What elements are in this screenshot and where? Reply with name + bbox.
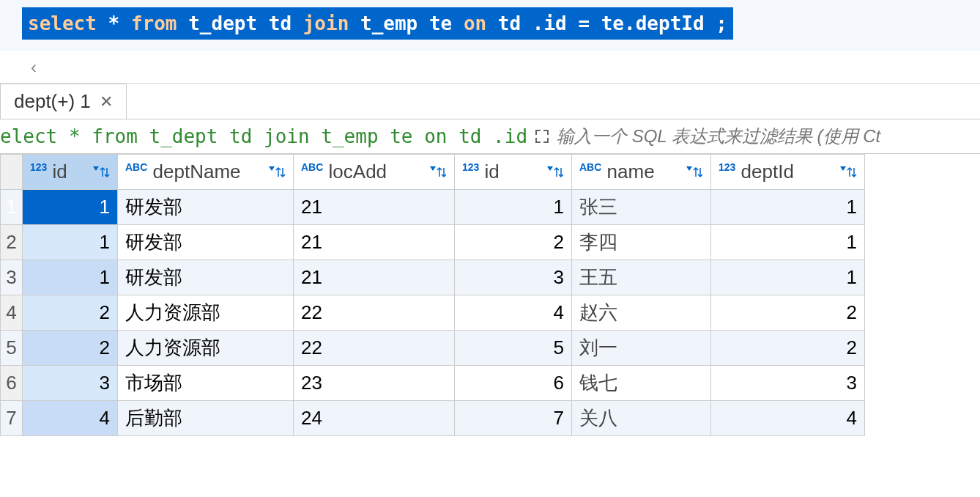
row-number[interactable]: 5 <box>1 331 23 366</box>
cell[interactable]: 3 <box>23 366 118 401</box>
sort-filter-icon[interactable] <box>839 165 857 180</box>
cell[interactable]: 2 <box>711 331 865 366</box>
sort-filter-icon[interactable] <box>686 165 703 180</box>
column-header-locadd[interactable]: ABC locAdd <box>294 155 455 190</box>
cell[interactable]: 4 <box>455 295 572 331</box>
sort-filter-icon[interactable] <box>429 165 447 180</box>
cell[interactable]: 张三 <box>572 190 711 225</box>
tab-label: dept(+) 1 <box>14 90 91 113</box>
cell[interactable]: 21 <box>294 190 455 225</box>
cell[interactable]: 市场部 <box>118 366 294 401</box>
number-type-icon: 123 <box>30 161 47 173</box>
corner-cell <box>1 155 23 190</box>
cell[interactable]: 人力资源部 <box>118 331 294 366</box>
cell[interactable]: 关八 <box>572 401 711 436</box>
cell[interactable]: 2 <box>711 295 865 331</box>
column-name: locAdd <box>323 161 387 183</box>
query-display: elect * from t_dept td join t_emp te on … <box>0 125 527 147</box>
cell[interactable]: 研发部 <box>118 225 294 260</box>
cell[interactable]: 1 <box>711 190 865 225</box>
column-header-name[interactable]: ABC name <box>572 155 711 190</box>
column-header-deptname[interactable]: ABC deptName <box>118 155 294 190</box>
cell[interactable]: 7 <box>455 401 572 436</box>
sort-filter-icon[interactable] <box>92 165 110 180</box>
text-type-icon: ABC <box>125 161 147 173</box>
query-bar: elect * from t_dept td join t_emp te on … <box>0 119 980 154</box>
cell[interactable]: 1 <box>711 260 865 295</box>
table-row[interactable]: 11研发部211张三1 <box>1 190 865 225</box>
cell[interactable]: 21 <box>294 225 455 260</box>
row-number[interactable]: 7 <box>1 401 23 436</box>
cell[interactable]: 后勤部 <box>118 401 294 436</box>
table-row[interactable]: 42人力资源部224赵六2 <box>1 295 865 331</box>
close-icon[interactable]: ✕ <box>100 92 113 111</box>
cell[interactable]: 23 <box>294 366 455 401</box>
table-row[interactable]: 31研发部213王五1 <box>1 260 865 295</box>
cell[interactable]: 2 <box>23 295 118 331</box>
cell[interactable]: 刘一 <box>572 331 711 366</box>
row-number[interactable]: 1 <box>1 190 23 225</box>
cell[interactable]: 王五 <box>572 260 711 295</box>
column-header-id[interactable]: 123 id <box>23 155 118 190</box>
cell[interactable]: 6 <box>455 366 572 401</box>
sort-filter-icon[interactable] <box>268 165 286 180</box>
text-type-icon: ABC <box>579 161 601 173</box>
cell[interactable]: 1 <box>711 225 865 260</box>
cell[interactable]: 3 <box>455 260 572 295</box>
filter-input[interactable] <box>557 126 980 147</box>
cell[interactable]: 2 <box>455 225 572 260</box>
expand-icon[interactable] <box>533 128 551 145</box>
sort-filter-icon[interactable] <box>546 165 564 180</box>
results-grid: 123 idABC deptNameABC locAdd123 idABC na… <box>0 154 980 436</box>
row-number[interactable]: 2 <box>1 225 23 260</box>
column-name: id <box>47 161 67 183</box>
sql-selected-text[interactable]: select * from t_dept td join t_emp te on… <box>22 7 733 40</box>
table-row[interactable]: 63市场部236钱七3 <box>1 366 865 401</box>
column-header-id[interactable]: 123 id <box>455 155 572 190</box>
cell[interactable]: 1 <box>455 190 572 225</box>
result-tabs: dept(+) 1 ✕ <box>0 84 980 119</box>
cell[interactable]: 22 <box>294 295 455 331</box>
cell[interactable]: 21 <box>294 260 455 295</box>
cell[interactable]: 钱七 <box>572 366 711 401</box>
number-type-icon: 123 <box>719 161 735 173</box>
cell[interactable]: 赵六 <box>572 295 711 331</box>
cell[interactable]: 22 <box>294 331 455 366</box>
cell[interactable]: 1 <box>23 190 118 225</box>
text-type-icon: ABC <box>301 161 323 173</box>
cell[interactable]: 4 <box>711 401 865 436</box>
cell[interactable]: 5 <box>455 331 572 366</box>
cell[interactable]: 4 <box>23 401 118 436</box>
column-name: id <box>479 161 499 183</box>
cell[interactable]: 3 <box>711 366 865 401</box>
back-icon[interactable]: ‹ <box>31 57 37 77</box>
row-number[interactable]: 6 <box>1 366 23 401</box>
row-number[interactable]: 4 <box>1 295 23 331</box>
nav-bar: ‹ <box>0 51 980 84</box>
column-name: deptName <box>147 161 240 183</box>
cell[interactable]: 1 <box>23 260 118 295</box>
cell[interactable]: 人力资源部 <box>118 295 294 331</box>
tab-result[interactable]: dept(+) 1 ✕ <box>0 84 127 119</box>
cell[interactable]: 1 <box>23 225 118 260</box>
table-row[interactable]: 52人力资源部225刘一2 <box>1 331 865 366</box>
column-name: deptId <box>735 161 794 183</box>
cell[interactable]: 研发部 <box>118 260 294 295</box>
cell[interactable]: 李四 <box>572 225 711 260</box>
column-header-deptid[interactable]: 123 deptId <box>711 155 865 190</box>
cell[interactable]: 研发部 <box>118 190 294 225</box>
table-row[interactable]: 21研发部212李四1 <box>1 225 865 260</box>
sql-editor[interactable]: select * from t_dept td join t_emp te on… <box>0 0 980 51</box>
table-row[interactable]: 74后勤部247关八4 <box>1 401 865 436</box>
row-number[interactable]: 3 <box>1 260 23 295</box>
column-name: name <box>601 161 654 183</box>
cell[interactable]: 24 <box>294 401 455 436</box>
cell[interactable]: 2 <box>23 331 118 366</box>
number-type-icon: 123 <box>462 161 479 173</box>
